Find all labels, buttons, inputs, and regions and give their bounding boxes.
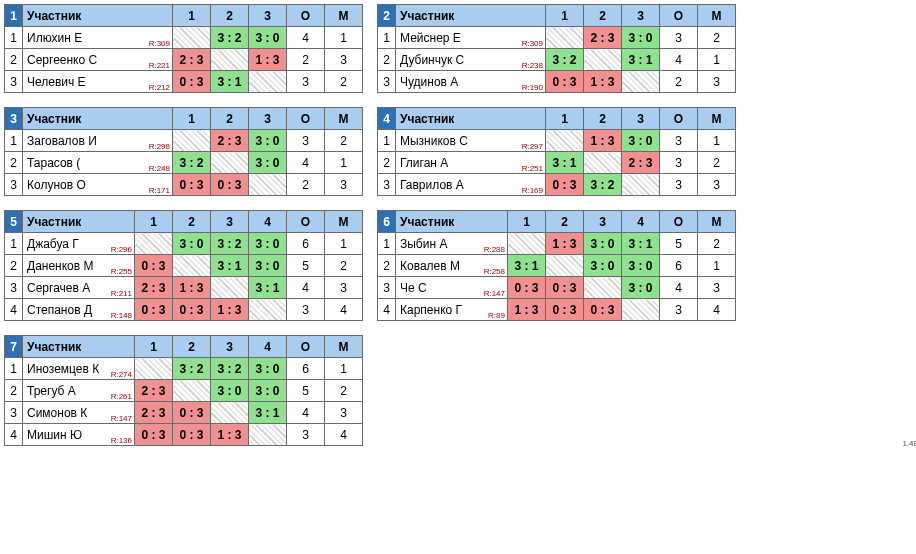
row-number: 3 xyxy=(5,174,23,196)
participant-name: Гаврилов А xyxy=(400,178,464,192)
score-cell: 0 : 3 xyxy=(173,71,211,93)
row-number: 2 xyxy=(5,380,23,402)
group-table: 1Участник123ОМ1Илюхин ЕR:3093 : 23 : 041… xyxy=(4,4,363,93)
points-cell: 2 xyxy=(287,174,325,196)
place-cell: 1 xyxy=(325,152,363,174)
table-row: 3Чудинов АR:1900 : 31 : 323 xyxy=(378,71,736,93)
points-cell: 2 xyxy=(660,71,698,93)
participant-rating: R:261 xyxy=(111,392,132,401)
points-cell: 4 xyxy=(287,402,325,424)
score-cell: 3 : 1 xyxy=(249,277,287,299)
participant-rating: R:298 xyxy=(149,142,170,151)
self-cell xyxy=(173,27,211,49)
participant-name-cell: Мишин ЮR:136 xyxy=(23,424,135,446)
participant-name-cell: Тарасов (R:248 xyxy=(23,152,173,174)
points-cell: 3 xyxy=(660,27,698,49)
self-cell xyxy=(546,255,584,277)
participant-rating: R:258 xyxy=(484,267,505,276)
score-cell: 3 : 0 xyxy=(249,255,287,277)
col-header: 2 xyxy=(211,5,249,27)
participant-name: Иноземцев К xyxy=(27,362,99,376)
participant-name: Карпенко Г xyxy=(400,303,462,317)
col-header: 3 xyxy=(249,108,287,130)
score-cell: 0 : 3 xyxy=(173,402,211,424)
place-cell: 1 xyxy=(698,130,736,152)
col-header: 3 xyxy=(211,211,249,233)
participant-rating: R:169 xyxy=(522,186,543,195)
col-header: 1 xyxy=(508,211,546,233)
group-table: 4Участник123ОМ1Мызников СR:2971 : 33 : 0… xyxy=(377,107,736,196)
score-cell: 2 : 3 xyxy=(584,27,622,49)
participant-header: Участник xyxy=(396,211,508,233)
participant-rating: R:248 xyxy=(149,164,170,173)
participant-name-cell: Сергачев АR:211 xyxy=(23,277,135,299)
place-cell: 4 xyxy=(325,424,363,446)
groups-container: 1Участник123ОМ1Илюхин ЕR:3093 : 23 : 041… xyxy=(4,4,916,446)
footer-version: 1.48 xyxy=(902,439,916,448)
col-header: 1 xyxy=(546,108,584,130)
row-number: 1 xyxy=(5,233,23,255)
col-header: 3 xyxy=(622,108,660,130)
participant-rating: R:190 xyxy=(522,83,543,92)
stat-header-O: О xyxy=(287,5,325,27)
points-cell: 3 xyxy=(660,152,698,174)
points-cell: 3 xyxy=(287,130,325,152)
participant-name-cell: Че СR:147 xyxy=(396,277,508,299)
score-cell: 3 : 2 xyxy=(211,27,249,49)
stat-header-M: М xyxy=(325,108,363,130)
stat-header-M: М xyxy=(325,336,363,358)
stat-header-M: М xyxy=(325,211,363,233)
stat-header-O: О xyxy=(287,336,325,358)
stat-header-M: М xyxy=(698,5,736,27)
table-row: 2Сергеенко СR:2212 : 31 : 323 xyxy=(5,49,363,71)
self-cell xyxy=(211,49,249,71)
col-header: 1 xyxy=(173,108,211,130)
table-row: 3Колунов ОR:1710 : 30 : 323 xyxy=(5,174,363,196)
points-cell: 4 xyxy=(287,27,325,49)
place-cell: 1 xyxy=(325,27,363,49)
score-cell: 3 : 2 xyxy=(584,174,622,196)
participant-name-cell: Ковалев МR:258 xyxy=(396,255,508,277)
participant-rating: R:288 xyxy=(484,245,505,254)
score-cell: 3 : 1 xyxy=(508,255,546,277)
participant-rating: R:147 xyxy=(484,289,505,298)
points-cell: 3 xyxy=(287,71,325,93)
score-cell: 1 : 3 xyxy=(211,299,249,321)
self-cell xyxy=(173,130,211,152)
stat-header-O: О xyxy=(660,5,698,27)
participant-header: Участник xyxy=(23,336,135,358)
participant-rating: R:255 xyxy=(111,267,132,276)
col-header: 1 xyxy=(135,336,173,358)
participant-header: Участник xyxy=(23,5,173,27)
participant-name-cell: Заговалов ИR:298 xyxy=(23,130,173,152)
participant-name: Тарасов ( xyxy=(27,156,80,170)
participant-name: Сергеенко С xyxy=(27,53,97,67)
place-cell: 1 xyxy=(698,49,736,71)
table-row: 4Карпенко ГR:891 : 30 : 30 : 334 xyxy=(378,299,736,321)
place-cell: 2 xyxy=(698,233,736,255)
self-cell xyxy=(135,358,173,380)
self-cell xyxy=(249,424,287,446)
self-cell xyxy=(584,277,622,299)
row-number: 4 xyxy=(5,299,23,321)
score-cell: 3 : 1 xyxy=(211,71,249,93)
col-header: 2 xyxy=(173,336,211,358)
score-cell: 1 : 3 xyxy=(584,130,622,152)
score-cell: 1 : 3 xyxy=(508,299,546,321)
score-cell: 0 : 3 xyxy=(173,299,211,321)
self-cell xyxy=(211,277,249,299)
self-cell xyxy=(508,233,546,255)
row-number: 3 xyxy=(5,71,23,93)
col-header: 2 xyxy=(546,211,584,233)
stat-header-O: О xyxy=(660,108,698,130)
score-cell: 2 : 3 xyxy=(173,49,211,71)
self-cell xyxy=(173,380,211,402)
row-number: 3 xyxy=(378,174,396,196)
score-cell: 2 : 3 xyxy=(135,277,173,299)
group-table: 3Участник123ОМ1Заговалов ИR:2982 : 33 : … xyxy=(4,107,363,196)
table-row: 3Сергачев АR:2112 : 31 : 33 : 143 xyxy=(5,277,363,299)
points-cell: 5 xyxy=(660,233,698,255)
table-row: 1Мейснер ЕR:3092 : 33 : 032 xyxy=(378,27,736,49)
stat-header-O: О xyxy=(660,211,698,233)
stat-header-M: М xyxy=(698,108,736,130)
